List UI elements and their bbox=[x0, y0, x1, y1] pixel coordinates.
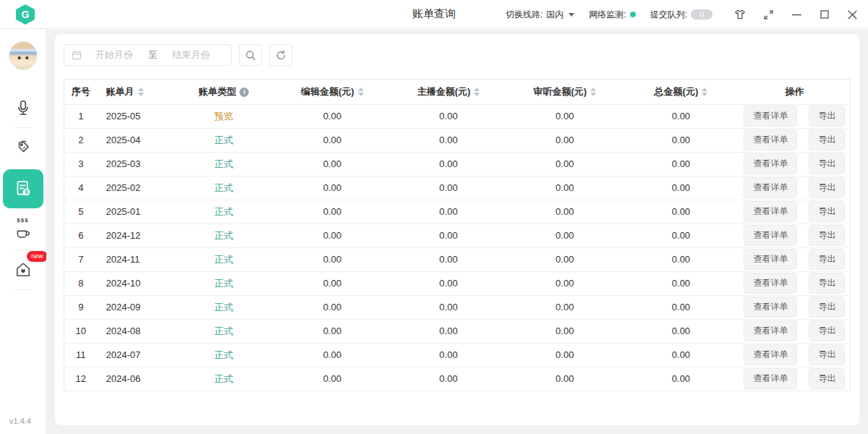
column-label: 序号 bbox=[72, 86, 90, 97]
export-button[interactable]: 导出 bbox=[809, 153, 845, 174]
edit-amount: 0.00 bbox=[323, 206, 341, 217]
sidebar-item-recording[interactable] bbox=[9, 93, 38, 122]
view-detail-button[interactable]: 查看详单 bbox=[744, 368, 797, 389]
end-month-placeholder[interactable]: 结束月份 bbox=[159, 48, 224, 61]
bill-month: 2025-01 bbox=[106, 206, 141, 217]
row-index: 9 bbox=[78, 302, 83, 312]
window-controls bbox=[734, 9, 858, 20]
view-detail-button[interactable]: 查看详单 bbox=[744, 153, 797, 174]
user-avatar[interactable] bbox=[9, 41, 38, 70]
bill-type: 正式 bbox=[214, 373, 233, 384]
content-card: 开始月份 至 结束月份 序号账单月账单类型i编辑金额(元)主播金 bbox=[55, 34, 859, 425]
table-row: 42025-02正式0.000.000.000.00查看详单导出 bbox=[64, 176, 850, 200]
sort-icon[interactable] bbox=[138, 88, 144, 96]
export-button[interactable]: 导出 bbox=[809, 344, 845, 365]
sidebar: $ $$$ new v1.4.4 bbox=[0, 30, 46, 434]
info-icon[interactable]: i bbox=[239, 88, 249, 97]
row-index: 1 bbox=[78, 111, 83, 122]
anchor-amount: 0.00 bbox=[439, 182, 457, 193]
fullscreen-expand-icon[interactable] bbox=[763, 9, 774, 20]
view-detail-button[interactable]: 查看详单 bbox=[744, 225, 797, 246]
table-row: 22025-04正式0.000.000.000.00查看详单导出 bbox=[64, 128, 850, 152]
view-detail-button[interactable]: 查看详单 bbox=[744, 201, 797, 222]
maximize-icon[interactable] bbox=[820, 9, 830, 20]
view-detail-button[interactable]: 查看详单 bbox=[744, 320, 797, 341]
sort-icon[interactable] bbox=[702, 88, 707, 96]
sidebar-item-home[interactable]: new bbox=[9, 255, 38, 284]
row-index: 12 bbox=[76, 373, 86, 384]
svg-text:$: $ bbox=[25, 189, 28, 195]
sort-icon[interactable] bbox=[358, 88, 364, 96]
sidebar-item-billing-active[interactable]: $ bbox=[3, 169, 43, 208]
bill-type: 预览 bbox=[214, 111, 233, 122]
row-index: 2 bbox=[78, 135, 83, 145]
view-detail-button[interactable]: 查看详单 bbox=[744, 129, 797, 150]
search-button[interactable] bbox=[239, 44, 262, 66]
total-amount: 0.00 bbox=[672, 326, 690, 336]
export-button[interactable]: 导出 bbox=[809, 320, 845, 341]
network-monitor-label: 网络监测: bbox=[589, 9, 626, 21]
export-button[interactable]: 导出 bbox=[809, 177, 845, 198]
bill-type: 正式 bbox=[214, 302, 233, 312]
total-amount: 0.00 bbox=[672, 158, 690, 169]
search-icon bbox=[245, 50, 256, 61]
bill-type: 正式 bbox=[214, 254, 233, 265]
column-header-0: 序号 bbox=[64, 80, 98, 104]
export-button[interactable]: 导出 bbox=[809, 273, 845, 294]
refresh-button[interactable] bbox=[269, 44, 292, 66]
export-button[interactable]: 导出 bbox=[809, 297, 845, 318]
table-row: 12025-05预览0.000.000.000.00查看详单导出 bbox=[64, 104, 850, 128]
total-amount: 0.00 bbox=[672, 230, 690, 241]
total-amount: 0.00 bbox=[672, 373, 690, 384]
view-detail-button[interactable]: 查看详单 bbox=[744, 273, 797, 294]
view-detail-button[interactable]: 查看详单 bbox=[744, 344, 797, 365]
price-tags-icon bbox=[14, 139, 32, 156]
bill-type: 正式 bbox=[214, 158, 233, 169]
new-badge: new bbox=[27, 251, 48, 262]
row-index: 11 bbox=[76, 349, 86, 360]
total-amount: 0.00 bbox=[672, 254, 690, 265]
bill-month: 2024-06 bbox=[106, 373, 141, 384]
line-switch-value: 国内 bbox=[546, 9, 563, 21]
sidebar-item-rewards[interactable]: $$$ bbox=[9, 216, 38, 244]
audit-amount: 0.00 bbox=[556, 254, 574, 265]
month-range-picker[interactable]: 开始月份 至 结束月份 bbox=[64, 44, 231, 66]
view-detail-button[interactable]: 查看详单 bbox=[744, 106, 797, 127]
export-button[interactable]: 导出 bbox=[809, 201, 845, 222]
export-button[interactable]: 导出 bbox=[809, 368, 845, 389]
export-button[interactable]: 导出 bbox=[809, 225, 845, 246]
edit-amount: 0.00 bbox=[323, 135, 341, 145]
view-detail-button[interactable]: 查看详单 bbox=[744, 177, 797, 198]
submit-queue: 提交队列: 0 bbox=[650, 9, 712, 21]
table-row: 112024-07正式0.000.000.000.00查看详单导出 bbox=[64, 343, 850, 367]
anchor-amount: 0.00 bbox=[439, 230, 457, 241]
title-bar: G 账单查询 切换线路: 国内 网络监测: 提交队列: 0 bbox=[0, 0, 868, 29]
view-detail-button[interactable]: 查看详单 bbox=[744, 297, 797, 318]
bill-month: 2024-12 bbox=[106, 230, 141, 241]
minimize-icon[interactable] bbox=[791, 9, 802, 20]
table-header-row: 序号账单月账单类型i编辑金额(元)主播金额(元)审听金额(元)总金额(元)操作 bbox=[64, 80, 850, 104]
microphone-icon bbox=[14, 99, 32, 116]
view-detail-button[interactable]: 查看详单 bbox=[744, 249, 797, 270]
export-button[interactable]: 导出 bbox=[809, 249, 845, 270]
filter-bar: 开始月份 至 结束月份 bbox=[64, 44, 851, 66]
total-amount: 0.00 bbox=[672, 182, 690, 193]
billing-document-icon: $ bbox=[13, 179, 33, 199]
sort-icon[interactable] bbox=[590, 88, 596, 96]
anchor-amount: 0.00 bbox=[439, 254, 457, 265]
row-index: 8 bbox=[78, 278, 83, 289]
skin-theme-icon[interactable] bbox=[734, 9, 746, 20]
bill-month: 2025-03 bbox=[106, 158, 141, 169]
export-button[interactable]: 导出 bbox=[809, 106, 845, 127]
close-icon[interactable] bbox=[847, 9, 858, 20]
column-label: 编辑金额(元) bbox=[301, 86, 354, 97]
start-month-placeholder[interactable]: 开始月份 bbox=[82, 48, 147, 61]
export-button[interactable]: 导出 bbox=[809, 129, 845, 150]
main-area: 开始月份 至 结束月份 序号账单月账单类型i编辑金额(元)主播金 bbox=[46, 30, 868, 434]
row-index: 5 bbox=[78, 206, 83, 217]
sort-icon[interactable] bbox=[474, 88, 480, 96]
total-amount: 0.00 bbox=[672, 206, 690, 217]
sidebar-item-tags[interactable] bbox=[9, 133, 38, 162]
column-label: 账单类型 bbox=[198, 86, 236, 97]
line-switch[interactable]: 切换线路: 国内 bbox=[506, 9, 574, 21]
